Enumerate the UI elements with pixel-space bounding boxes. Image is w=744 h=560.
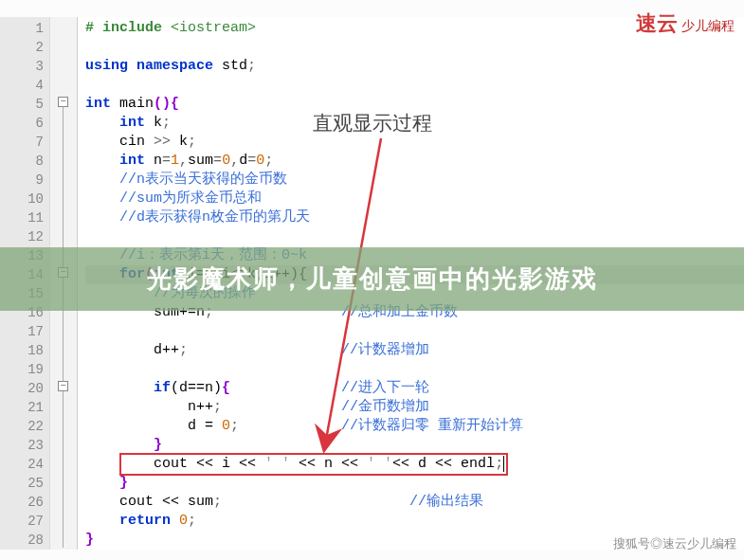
- watermark-bottom: 搜狐号◎速云少儿编程: [613, 535, 736, 552]
- highlight-box: [119, 453, 508, 476]
- fold-icon[interactable]: −: [58, 381, 68, 391]
- annotation-label: 直观显示过程: [313, 110, 432, 136]
- fold-icon[interactable]: −: [58, 97, 68, 107]
- overlay-banner: 光影魔术师，儿童创意画中的光影游戏: [0, 247, 744, 311]
- watermark-top: 速云 少儿编程: [636, 9, 735, 38]
